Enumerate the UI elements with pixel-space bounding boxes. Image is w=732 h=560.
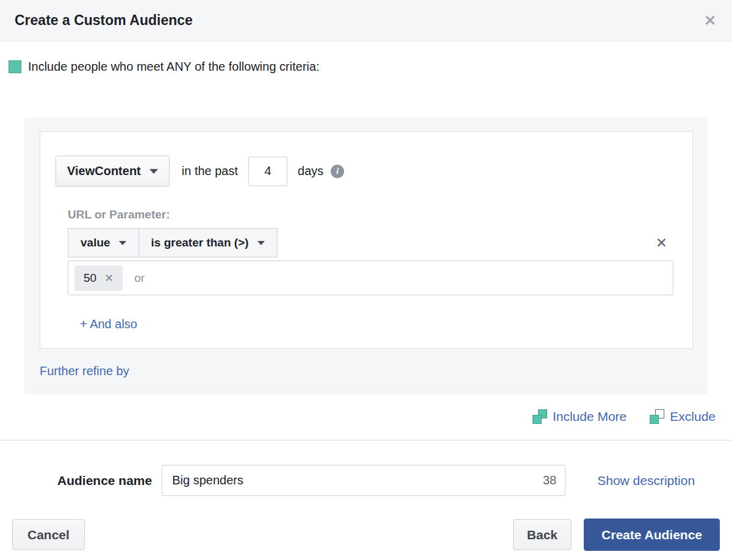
filter-dropdown-group: value is greater than (>) bbox=[68, 228, 278, 257]
criteria-panel: ViewContent in the past days i URL or Pa… bbox=[24, 118, 708, 394]
days-input[interactable] bbox=[248, 157, 287, 186]
remove-filter-icon[interactable]: ✕ bbox=[656, 236, 667, 250]
include-more-label: Include More bbox=[553, 409, 626, 424]
include-square-icon bbox=[9, 60, 21, 73]
value-tag-text: 50 bbox=[84, 271, 96, 285]
field-dropdown[interactable]: value bbox=[68, 228, 139, 257]
char-count: 38 bbox=[543, 473, 556, 487]
cancel-button[interactable]: Cancel bbox=[12, 519, 85, 550]
criteria-intro-text: Include people who meet ANY of the follo… bbox=[28, 60, 320, 74]
chevron-down-icon bbox=[257, 241, 265, 245]
further-refine-link[interactable]: Further refine by bbox=[40, 364, 129, 378]
modal-header: Create a Custom Audience ✕ bbox=[0, 0, 732, 41]
exclude-link[interactable]: Exclude bbox=[650, 409, 716, 424]
days-label: days bbox=[298, 164, 323, 178]
value-token-input[interactable]: 50 ✕ or bbox=[68, 260, 673, 295]
show-description-link[interactable]: Show description bbox=[597, 473, 695, 488]
modal-title: Create a Custom Audience bbox=[15, 12, 193, 29]
criteria-card: ViewContent in the past days i URL or Pa… bbox=[40, 131, 693, 349]
event-row: ViewContent in the past days i bbox=[56, 156, 677, 187]
audience-name-label: Audience name bbox=[57, 473, 152, 488]
url-or-parameter-label: URL or Parameter: bbox=[68, 208, 677, 221]
operator-dropdown-label: is greater than (>) bbox=[151, 236, 249, 249]
in-the-past-label: in the past bbox=[182, 164, 238, 178]
field-dropdown-label: value bbox=[81, 236, 110, 249]
remove-tag-icon[interactable]: ✕ bbox=[104, 273, 113, 284]
include-more-icon bbox=[533, 409, 547, 424]
exclude-icon bbox=[650, 409, 664, 424]
create-custom-audience-modal: Create a Custom Audience ✕ Include peopl… bbox=[0, 0, 732, 560]
chevron-down-icon bbox=[119, 241, 126, 245]
value-tag: 50 ✕ bbox=[74, 265, 123, 291]
include-exclude-row: Include More Exclude bbox=[0, 409, 716, 424]
criteria-intro-row: Include people who meet ANY of the follo… bbox=[9, 60, 732, 74]
close-icon[interactable]: ✕ bbox=[702, 11, 719, 31]
audience-name-row: Audience name Big spenders 38 Show descr… bbox=[57, 465, 717, 496]
audience-name-input[interactable]: Big spenders 38 bbox=[162, 465, 565, 496]
exclude-label: Exclude bbox=[670, 409, 716, 424]
event-dropdown[interactable]: ViewContent bbox=[56, 156, 170, 187]
token-input-placeholder: or bbox=[134, 271, 145, 285]
audience-name-value: Big spenders bbox=[172, 473, 543, 487]
filter-row: value is greater than (>) ✕ bbox=[68, 228, 673, 257]
back-button[interactable]: Back bbox=[513, 519, 572, 550]
chevron-down-icon bbox=[149, 169, 158, 174]
footer-divider bbox=[0, 440, 732, 440]
parameter-section: URL or Parameter: value is greater than … bbox=[68, 208, 677, 331]
actions-row: Cancel Back Create Audience bbox=[12, 519, 720, 551]
event-dropdown-label: ViewContent bbox=[67, 164, 141, 178]
and-also-link[interactable]: + And also bbox=[80, 317, 137, 331]
create-audience-button[interactable]: Create Audience bbox=[584, 519, 720, 551]
info-icon[interactable]: i bbox=[331, 165, 344, 178]
operator-dropdown[interactable]: is greater than (>) bbox=[138, 228, 278, 257]
include-more-link[interactable]: Include More bbox=[533, 409, 626, 424]
